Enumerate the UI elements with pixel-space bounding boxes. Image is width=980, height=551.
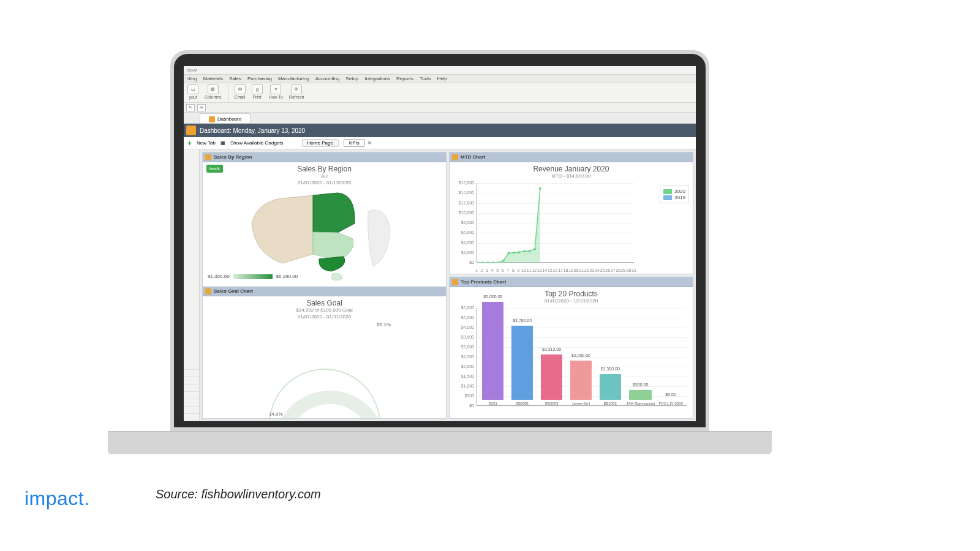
legend-item: 2020 [663, 189, 685, 194]
svg-point-11 [533, 248, 536, 250]
region-sub1: AU [206, 173, 442, 179]
sub-toolbar: ⇱ ⟳ [184, 103, 696, 113]
folder-icon [205, 288, 211, 294]
svg-point-2 [486, 261, 489, 263]
menu-setup[interactable]: Setup [345, 76, 358, 81]
y-tick: $2,000 [450, 364, 474, 369]
panel-sales-by-region: Sales By Region back Sales By Region AU … [202, 152, 447, 419]
y-tick: $1,000 [450, 384, 474, 388]
bar-BB2002[interactable]: $1,300.00BB2002 [597, 374, 624, 405]
refresh-button[interactable]: ⟳Refresh [289, 84, 304, 99]
x-tick: 20 [574, 268, 579, 272]
x-tick: 16 [553, 268, 558, 272]
x-tick: 24 [595, 268, 600, 272]
print-button[interactable]: ⎙Print [252, 84, 263, 99]
bar-FOC-LIN-3000[interactable]: $0.00FOC-LIN-3000 [657, 400, 684, 405]
window-tabs: Dashboard [184, 113, 696, 124]
x-tick: 21 [579, 268, 584, 272]
menu-integrations[interactable]: Integrations [364, 76, 390, 81]
window-titlebar: bowl [184, 66, 696, 75]
dashboard-banner-icon [186, 126, 196, 135]
x-tick: 2 [481, 268, 483, 272]
show-gadgets-button[interactable]: Show Available Gadgets [230, 140, 284, 146]
bar-JAM-Staw-packet[interactable]: $500.00JAM-Staw-packet [626, 390, 655, 405]
menu-rting[interactable]: rting [187, 76, 197, 81]
menu-reports[interactable]: Reports [396, 76, 413, 81]
print-button-icon: ⎙ [252, 84, 263, 94]
y-tick: $3,500 [450, 335, 474, 339]
y-tick: $14,000 [450, 190, 474, 195]
close-icon[interactable]: ✕ [368, 140, 372, 146]
y-tick: $4,000 [450, 241, 474, 245]
goal-pct-remaining: 85.1% [377, 322, 391, 328]
chart-legend: 20202019 [660, 186, 689, 203]
panel-title: Sales By Region [214, 154, 252, 160]
menu-help[interactable]: Help [437, 76, 447, 81]
columns-button-icon: ▥ [208, 84, 219, 94]
howto-button-icon: ? [270, 84, 281, 94]
x-tick: 17 [558, 268, 563, 272]
x-tick: 29 [621, 268, 626, 272]
panel-top-products: Top Products Chart Top 20 Products 01/01… [449, 277, 693, 419]
bar-BB2001[interactable]: $3,780.00BB2001 [509, 326, 536, 405]
x-tick: 4 [491, 268, 494, 272]
x-tick: 26 [605, 268, 610, 272]
y-tick: $1,500 [450, 374, 474, 378]
menu-sales[interactable]: Sales [229, 76, 241, 81]
layout-button-icon: ▭ [187, 84, 198, 94]
x-tick: 14 [542, 268, 547, 272]
y-tick: $0 [450, 260, 474, 264]
x-tick: 22 [584, 268, 589, 272]
y-tick: $4,000 [450, 325, 474, 329]
folder-icon [205, 154, 211, 160]
region-title: Sales By Region [206, 165, 442, 173]
x-tick: 19 [568, 268, 573, 272]
x-tick: 27 [611, 268, 616, 272]
x-tick: 10 [521, 268, 526, 272]
folder-icon [452, 279, 458, 285]
mini-button-2[interactable]: ⟳ [197, 104, 206, 111]
columns-button[interactable]: ▥Columns [205, 84, 222, 99]
svg-point-9 [523, 250, 526, 252]
new-tab-button[interactable]: New Tab [197, 140, 216, 146]
x-tick: 23 [590, 268, 595, 272]
y-tick: $2,500 [450, 354, 474, 359]
x-tick: 28 [616, 268, 620, 272]
y-tick: $4,500 [450, 315, 474, 320]
x-tick: 5 [496, 268, 499, 272]
howto-button[interactable]: ?How To [269, 84, 283, 99]
y-tick: $0 [450, 403, 474, 408]
menu-tools[interactable]: Tools [420, 76, 431, 81]
tab-home-page[interactable]: Home Page [302, 139, 339, 147]
menu-accounting[interactable]: Accounting [315, 76, 340, 81]
tab-kpis[interactable]: KPIs [344, 139, 365, 147]
y-tick: $8,000 [450, 220, 474, 225]
y-tick: $6,000 [450, 230, 474, 234]
bar-Jacket-Sml[interactable]: $2,000.00Jacket-Sml [567, 361, 594, 405]
gadgets-icon: ▦ [221, 140, 225, 146]
back-button[interactable]: back [206, 165, 223, 173]
y-tick: $3,000 [450, 345, 474, 349]
dashboard-banner: Dashboard: Monday, January 13, 2020 [184, 124, 696, 137]
laptop-frame: bowl rtingMaterialsSalesPurchasingManufa… [170, 50, 709, 431]
menu-materials[interactable]: Materials [203, 76, 223, 81]
menu-purchasing[interactable]: Purchasing [247, 76, 272, 81]
bar-B201[interactable]: $5,000.00B201 [480, 302, 507, 405]
menu-manufacturing[interactable]: Manufacturing [278, 76, 309, 81]
mini-button-1[interactable]: ⇱ [186, 104, 195, 111]
svg-point-3 [492, 261, 494, 263]
svg-point-1 [481, 261, 484, 263]
menubar: rtingMaterialsSalesPurchasingManufacturi… [184, 75, 696, 83]
svg-point-5 [502, 260, 505, 262]
layout-button[interactable]: ▭yout [187, 84, 198, 99]
email-button[interactable]: ✉Email [235, 84, 246, 99]
laptop-base [108, 431, 772, 454]
y-tick: $500 [450, 394, 474, 398]
panel-mtd-chart: MTD Chart Revenue January 2020 MTD - $14… [449, 152, 693, 274]
scale-low: $1,300.00 [208, 274, 230, 279]
bar-BB2003[interactable]: $2,312.00BB2003 [538, 354, 565, 405]
map-australia[interactable] [246, 181, 405, 285]
scale-gradient [233, 274, 273, 279]
app-screen: bowl rtingMaterialsSalesPurchasingManufa… [184, 66, 696, 421]
tab-dashboard[interactable]: Dashboard [200, 113, 251, 123]
